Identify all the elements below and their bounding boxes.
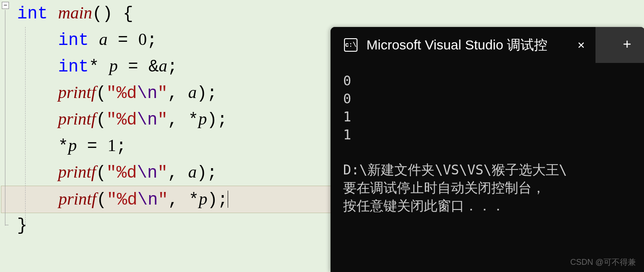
fold-guide-end: [5, 225, 9, 225]
console-titlebar: c:\ Microsoft Visual Studio 调试控 ✕ +: [331, 27, 644, 63]
watermark: CSDN @可不得兼: [570, 257, 636, 268]
fold-guide-line: [5, 10, 5, 226]
console-tab-title: Microsoft Visual Studio 调试控: [366, 36, 547, 54]
console-path-line: D:\新建文件夹\VS\VS\猴子选大王\: [343, 161, 632, 179]
console-window: c:\ Microsoft Visual Studio 调试控 ✕ + 0 0 …: [331, 27, 644, 272]
terminal-icon: c:\: [344, 38, 357, 52]
code-line-0[interactable]: int main() {: [13, 0, 644, 27]
indent-guide-line: [25, 27, 26, 225]
fold-toggle-icon[interactable]: −: [2, 2, 9, 9]
close-tab-button[interactable]: ✕: [576, 36, 587, 54]
new-tab-button[interactable]: +: [623, 37, 631, 54]
console-body[interactable]: 0 0 1 1 D:\新建文件夹\VS\VS\猴子选大王\ 要在调试停止时自动关…: [331, 63, 644, 224]
console-tab[interactable]: c:\ Microsoft Visual Studio 调试控 ✕: [331, 27, 595, 63]
console-output: 0 0 1 1: [343, 72, 632, 144]
console-msg-1: 要在调试停止时自动关闭控制台，: [343, 179, 632, 197]
text-cursor: [228, 191, 228, 208]
console-msg-2: 按任意键关闭此窗口．．．: [343, 197, 632, 215]
